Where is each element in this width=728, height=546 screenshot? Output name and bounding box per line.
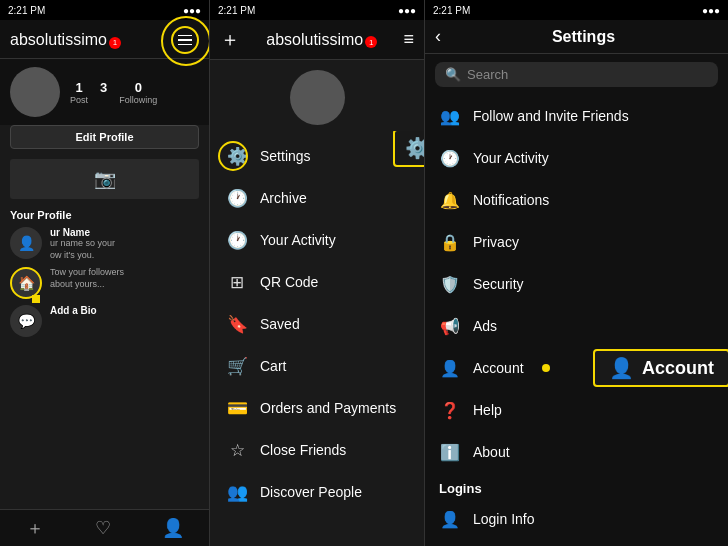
menu-cart-label: Cart: [260, 358, 286, 374]
menu-item-activity[interactable]: 🕐 Your Activity: [210, 219, 424, 261]
menu-item-cart[interactable]: 🛒 Cart: [210, 345, 424, 387]
settings-help-label: Help: [473, 402, 502, 418]
menu-orders-label: Orders and Payments: [260, 400, 396, 416]
status-bar-1: 2:21 PM ●●●: [0, 0, 209, 20]
search-icon: 🔍: [445, 67, 461, 82]
notification-badge: 1: [109, 37, 121, 49]
security-icon: 🛡️: [439, 273, 461, 295]
time-1: 2:21 PM: [8, 5, 45, 16]
menu-qr-label: QR Code: [260, 274, 318, 290]
activity-icon: 🕐: [226, 229, 248, 251]
stat-followers: 3: [100, 80, 107, 105]
profile-header: absolutissimo1: [0, 20, 209, 59]
menu-archive-label: Archive: [260, 190, 307, 206]
stat-posts: 1 Post: [70, 80, 88, 105]
menu-item-archive[interactable]: 🕐 Archive: [210, 177, 424, 219]
settings-security-label: Security: [473, 276, 524, 292]
menu-item-saved[interactable]: 🔖 Saved: [210, 303, 424, 345]
camera-icon: 📷: [94, 168, 116, 190]
settings-item-notifications[interactable]: 🔔 Notifications: [425, 179, 728, 221]
settings-item-privacy[interactable]: 🔒 Privacy: [425, 221, 728, 263]
profile-bottom-items: 👤 ur Name ur name so yourow it's you. 🏠 …: [0, 223, 209, 341]
nav-add[interactable]: ＋: [26, 516, 44, 540]
settings-item-security[interactable]: 🛡️ Security: [425, 263, 728, 305]
profile-username: absolutissimo1: [10, 31, 121, 49]
ads-icon: 📢: [439, 315, 461, 337]
menu-list: ⚙️ Settings ⚙️ Settings 🕐 Archive 🕐 Your…: [210, 131, 424, 546]
menu-panel: 2:21 PM ●●● ＋ absolutissimo1 ≡ ⚙️ Settin…: [210, 0, 425, 546]
profile-panel: 2:21 PM ●●● absolutissimo1 1 Post 3: [0, 0, 210, 546]
settings-header: ‹ Settings: [425, 20, 728, 54]
edit-profile-button[interactable]: Edit Profile: [10, 125, 199, 149]
about-icon: ℹ️: [439, 441, 461, 463]
settings-page-title: Settings: [449, 28, 718, 46]
account-yellow-dot: [542, 364, 550, 372]
activity-settings-icon: 🕐: [439, 147, 461, 169]
signal-icons-1: ●●●: [183, 5, 201, 16]
account-annotation-box: 👤 Account: [593, 349, 728, 387]
orders-icon: 💳: [226, 397, 248, 419]
cart-icon: 🛒: [226, 355, 248, 377]
settings-notifications-label: Notifications: [473, 192, 549, 208]
settings-ads-label: Ads: [473, 318, 497, 334]
help-icon: ❓: [439, 399, 461, 421]
settings-item-follow[interactable]: 👥 Follow and Invite Friends: [425, 95, 728, 137]
settings-item-account[interactable]: 👤 Account 👤 Account: [425, 347, 728, 389]
search-bar[interactable]: 🔍 Search: [435, 62, 718, 87]
bottom-navigation: ＋ ♡ 👤: [0, 509, 209, 546]
account-annotation-icon: 👤: [609, 356, 634, 380]
menu-item-discover[interactable]: 👥 Discover People: [210, 471, 424, 513]
settings-item-activity[interactable]: 🕐 Your Activity: [425, 137, 728, 179]
menu-saved-label: Saved: [260, 316, 300, 332]
menu-item-settings[interactable]: ⚙️ Settings ⚙️ Settings: [210, 135, 424, 177]
settings-activity-label: Your Activity: [473, 150, 549, 166]
settings-panel: 2:21 PM ●●● ‹ Settings 🔍 Search 👥 Follow…: [425, 0, 728, 546]
close-friends-icon: ☆: [226, 439, 248, 461]
settings-annotation-box: ⚙️ Settings: [393, 131, 424, 167]
menu-avatar-container: [210, 60, 424, 131]
nav-profile[interactable]: 👤: [162, 517, 184, 539]
menu-close-friends-label: Close Friends: [260, 442, 346, 458]
settings-list: 👥 Follow and Invite Friends 🕐 Your Activ…: [425, 95, 728, 540]
account-icon: 👤: [439, 357, 461, 379]
hamburger-button[interactable]: [171, 26, 199, 54]
bio-icon: 💬: [10, 305, 42, 337]
menu-notif-badge: 1: [365, 36, 377, 48]
settings-item-about[interactable]: ℹ️ About: [425, 431, 728, 473]
nav-heart[interactable]: ♡: [95, 517, 111, 539]
login-info-icon: 👤: [439, 508, 461, 530]
discover-icon: 👥: [226, 481, 248, 503]
bottom-item-home: 🏠 Tow your followersabout yours...: [10, 267, 199, 299]
archive-icon: 🕐: [226, 187, 248, 209]
search-placeholder-text: Search: [467, 67, 508, 82]
follow-icon: 👥: [439, 105, 461, 127]
annotation-gear-icon: ⚙️: [405, 137, 424, 159]
menu-username: absolutissimo1: [266, 31, 377, 49]
menu-item-qr[interactable]: ⊞ QR Code: [210, 261, 424, 303]
settings-item-help[interactable]: ❓ Help: [425, 389, 728, 431]
menu-item-close-friends[interactable]: ☆ Close Friends: [210, 429, 424, 471]
profile-section-title: Your Profile: [0, 203, 209, 223]
logins-section-label: Logins: [425, 473, 728, 498]
settings-item-ads[interactable]: 📢 Ads: [425, 305, 728, 347]
notifications-icon: 🔔: [439, 189, 461, 211]
settings-item-login-info[interactable]: 👤 Login Info: [425, 498, 728, 540]
yellow-dot-annotation: [32, 295, 40, 303]
settings-login-info-label: Login Info: [473, 511, 535, 527]
back-button[interactable]: ‹: [435, 26, 441, 47]
plus-icon[interactable]: ＋: [220, 26, 240, 53]
stats-row: 1 Post 3 0 Following: [0, 59, 209, 125]
settings-about-label: About: [473, 444, 510, 460]
menu-header: ＋ absolutissimo1 ≡: [210, 20, 424, 60]
settings-account-label: Account: [473, 360, 524, 376]
bottom-item-bio: 💬 Add a Bio: [10, 305, 199, 337]
menu-hamburger-icon[interactable]: ≡: [403, 29, 414, 50]
hamburger-icon: [178, 35, 192, 46]
signal-icons-3: ●●●: [702, 5, 720, 16]
menu-discover-label: Discover People: [260, 484, 362, 500]
name-icon: 👤: [10, 227, 42, 259]
saved-icon: 🔖: [226, 313, 248, 335]
menu-activity-label: Your Activity: [260, 232, 336, 248]
menu-item-orders[interactable]: 💳 Orders and Payments: [210, 387, 424, 429]
time-3: 2:21 PM: [433, 5, 470, 16]
